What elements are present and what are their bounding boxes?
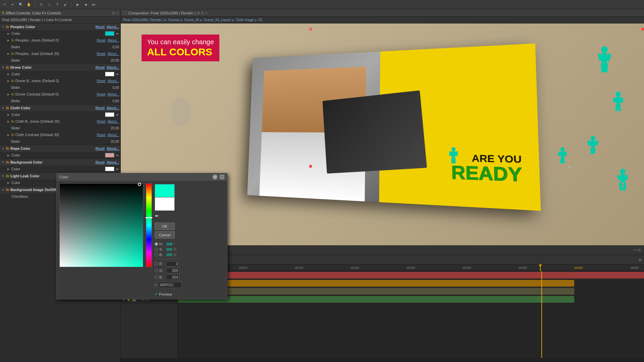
green-radio[interactable] xyxy=(155,269,158,272)
drone-color-reset[interactable]: Reset xyxy=(96,66,105,69)
drone-contrast-about[interactable]: About... xyxy=(108,93,119,96)
peoples-contrast-row[interactable]: ▶ fx Peoples...trast (Default 20) Reset … xyxy=(0,50,120,57)
drone-contrast-reset[interactable]: Reset xyxy=(97,93,105,96)
dialog-close-button[interactable]: × xyxy=(220,175,224,179)
drone-color-about[interactable]: About... xyxy=(107,66,119,69)
cloth-color-swatch[interactable] xyxy=(105,112,114,117)
new-color-swatch[interactable] xyxy=(155,184,175,197)
cloth-brightness-row[interactable]: ▶ fx Cloth B...tness (Default 20) Reset … xyxy=(0,118,120,125)
background-color-reset[interactable]: Reset xyxy=(96,161,105,164)
comp-menu[interactable]: ☰ xyxy=(201,11,204,15)
rope-color-about[interactable]: About... xyxy=(107,147,119,150)
text-icon[interactable]: T xyxy=(55,2,60,7)
drone-brightness-row[interactable]: ▶ fx Drone B...tness (Default 0) Reset A… xyxy=(0,77,120,84)
peoples-color-header[interactable]: ▼ fx Peoples Color Reset About... xyxy=(0,23,120,30)
drone-color-header[interactable]: ▼ fx Drone Color Reset About... xyxy=(0,64,120,71)
pen-icon[interactable]: ✒ xyxy=(10,2,15,7)
drone-brightness-about[interactable]: About... xyxy=(108,79,119,83)
select-icon[interactable]: ↖ xyxy=(2,2,7,7)
peoples-color-row[interactable]: ▶ Color ◂▸ xyxy=(0,30,120,37)
drone-brightness-value[interactable]: 0,00 xyxy=(109,86,119,89)
expand-arrow-cloth[interactable]: ▼ xyxy=(1,107,5,110)
comp-nav-layers[interactable]: Scene_05_Layers xyxy=(204,18,231,22)
bright-radio[interactable] xyxy=(155,253,158,256)
sat-radio[interactable] xyxy=(155,248,158,251)
comp-close[interactable]: × xyxy=(205,11,207,15)
hex-input[interactable] xyxy=(158,282,182,288)
comp-nav-item[interactable]: Final 644x362 ( Render ) xyxy=(123,18,164,22)
cloth-contrast-about[interactable]: About... xyxy=(108,133,119,137)
track-area[interactable] xyxy=(178,271,644,358)
cloth-contrast-row[interactable]: ▶ fx Cloth Contrast (Default 20) Reset A… xyxy=(0,131,120,138)
peoples-contrast-about[interactable]: About... xyxy=(108,52,119,56)
drone-brightness-reset[interactable]: Reset xyxy=(97,79,105,83)
timeline-scrollbar[interactable] xyxy=(121,358,644,362)
rotate-icon[interactable]: ↻ xyxy=(39,2,44,7)
drone-contrast-row[interactable]: ▶ fx Drone Contrast (Default 0) Reset Ab… xyxy=(0,91,120,98)
cancel-button[interactable]: Cancel xyxy=(155,231,175,239)
peoples-brightness-about[interactable]: About... xyxy=(108,39,119,42)
peoples-color-swatch[interactable] xyxy=(105,31,114,36)
play-icon[interactable]: ▶ xyxy=(75,2,80,7)
green-input[interactable] xyxy=(166,268,179,273)
background-color-swatch-row[interactable]: ▶ Color ◂▸ xyxy=(0,166,120,172)
cloth-color-header[interactable]: ▼ fx Cloth Color Reset About... xyxy=(0,105,120,111)
tl-opts[interactable]: ⊞ xyxy=(639,258,641,261)
expand-arrow-color[interactable]: ▶ xyxy=(7,32,10,35)
drone-color-swatch-row[interactable]: ▶ Color ◂▸ xyxy=(0,71,120,77)
comp-expand[interactable]: ⊞ xyxy=(197,11,200,15)
old-color-swatch[interactable] xyxy=(155,197,175,211)
hand-icon[interactable]: ✋ xyxy=(26,2,32,7)
shape-icon[interactable]: □ xyxy=(47,2,52,7)
eyedropper-tool[interactable]: ✒ xyxy=(155,213,182,219)
rope-color-reset[interactable]: Reset xyxy=(96,147,105,150)
cloth-contrast-value[interactable]: 20,00 xyxy=(109,140,119,143)
expand-arrow-drone[interactable]: ▼ xyxy=(1,66,5,69)
comp-nav-scene05[interactable]: Scene_05 xyxy=(184,18,199,22)
cloth-brightness-reset[interactable]: Reset xyxy=(97,120,105,123)
cloth-color-swatch-row[interactable]: ▶ Color ◂▸ xyxy=(0,111,120,118)
background-color-swatch[interactable] xyxy=(105,167,114,171)
background-color-about[interactable]: About... xyxy=(107,161,119,164)
comp-nav-cloth[interactable]: Cloth Image xyxy=(236,18,254,22)
peoples-color-about[interactable]: About... xyxy=(107,25,119,29)
peoples-contrast-reset[interactable]: Reset xyxy=(97,52,105,56)
peoples-brightness-reset[interactable]: Reset xyxy=(97,39,105,42)
background-color-header[interactable]: ▼ fx Background Color Reset About... xyxy=(0,159,120,166)
rope-color-header[interactable]: ▼ fx Rope Color Reset About... xyxy=(0,145,120,152)
stop-icon[interactable]: ■ xyxy=(83,2,89,7)
dialog-circle-indicator[interactable] xyxy=(212,174,218,180)
color-gradient-picker[interactable] xyxy=(59,183,143,267)
comp-nav-scenes[interactable]: Scenes xyxy=(168,18,179,22)
color-dialog-titlebar[interactable]: Color × xyxy=(57,173,227,181)
red-input[interactable] xyxy=(166,261,179,266)
rope-color-sublabel: Color xyxy=(11,153,104,157)
blue-input[interactable] xyxy=(166,275,179,280)
rope-color-swatch[interactable] xyxy=(105,153,114,158)
hue-slider[interactable] xyxy=(146,183,152,267)
cloth-color-reset[interactable]: Reset xyxy=(96,106,105,110)
comp-nav-02[interactable]: 02 xyxy=(259,18,262,22)
peoples-contrast-value[interactable]: 20,00 xyxy=(109,59,119,62)
peoples-color-reset[interactable]: Reset xyxy=(96,25,105,29)
cloth-contrast-reset[interactable]: Reset xyxy=(97,133,105,137)
panel-close-button[interactable]: ☰ xyxy=(112,11,115,15)
brush-icon[interactable]: 🖌 xyxy=(63,2,68,7)
cloth-color-about[interactable]: About... xyxy=(107,106,119,110)
expand-arrow[interactable]: ▼ xyxy=(1,25,5,28)
playhead[interactable] xyxy=(540,264,541,271)
forward-icon[interactable]: ⏭ xyxy=(91,2,97,7)
drone-contrast-value[interactable]: 0,00 xyxy=(109,99,119,103)
ok-button[interactable]: OK xyxy=(155,223,175,230)
cloth-brightness-about[interactable]: About... xyxy=(108,120,119,123)
peoples-brightness-row[interactable]: ▶ fx Peoples...tness (Default 0) Reset A… xyxy=(0,37,120,44)
blue-radio[interactable] xyxy=(155,276,158,279)
hue-radio[interactable] xyxy=(155,242,158,246)
peoples-brightness-value[interactable]: 0,00 xyxy=(109,45,119,49)
cloth-brightness-value[interactable]: 20,00 xyxy=(109,126,119,130)
red-radio[interactable] xyxy=(155,262,158,265)
rope-color-swatch-row[interactable]: ▶ Color ◂▸ xyxy=(0,152,120,159)
drone-color-swatch[interactable] xyxy=(105,72,114,76)
panel-minimize-button[interactable]: × xyxy=(116,11,118,15)
zoom-icon[interactable]: 🔍 xyxy=(18,2,23,7)
